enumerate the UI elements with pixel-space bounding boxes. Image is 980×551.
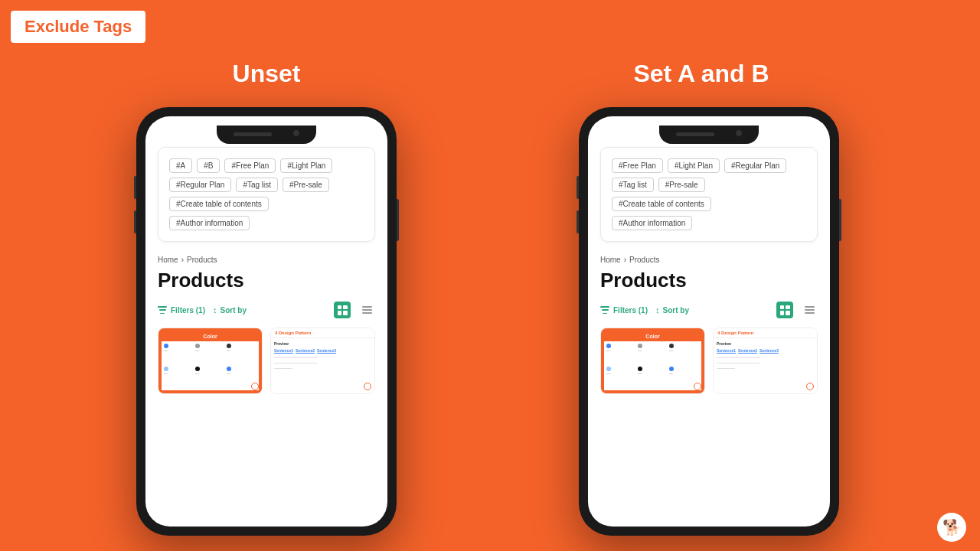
- tag-free-plan: #Free Plan: [224, 158, 276, 173]
- exclude-tags-label: Exclude Tags: [11, 11, 145, 43]
- tags-row-4: #Author information: [169, 216, 364, 230]
- sort-button-unset[interactable]: ↕ Sort by: [213, 305, 247, 315]
- color-card-title: Color: [162, 331, 259, 341]
- screen-content-unset: #A #B #Free Plan #Light Plan #Regular Pl…: [145, 116, 387, 527]
- product-img-color-r: Color ····· ····· ····· ····· ····· ····…: [601, 328, 704, 393]
- sort-icon-r: ↕: [655, 305, 660, 315]
- color-card-title-r: Color: [604, 331, 701, 341]
- tag-create-toc: #Create table of contents: [169, 197, 269, 211]
- tags-row-3: #Create table of contents: [169, 197, 364, 211]
- filter-icon-r: [600, 306, 609, 314]
- power-button: [397, 199, 399, 241]
- list-view-button-set-ab[interactable]: [801, 302, 818, 318]
- section-title-set-ab: Set A and B: [633, 60, 769, 88]
- tag-r-regular-plan: #Regular Plan: [724, 158, 786, 173]
- toolbar-unset: Filters (1) ↕ Sort by: [158, 302, 375, 318]
- products-grid-unset: Color ····· ····· ····· ····· ····· ····…: [158, 328, 375, 394]
- toolbar-set-ab: Filters (1) ↕ Sort by: [600, 302, 818, 318]
- color-card-body-r: ····· ····· ····· ····· ····· ·····: [604, 341, 701, 390]
- phone-notch-right: [659, 126, 759, 144]
- tag-tag-list: #Tag list: [236, 178, 278, 192]
- phone-screen-unset: #A #B #Free Plan #Light Plan #Regular Pl…: [145, 116, 387, 527]
- filter-label-r: Filters (1): [613, 306, 648, 315]
- volume-up-button: [134, 176, 136, 199]
- product-card-pattern-set-ab[interactable]: 4 Design Pattern Preview Sentence1 Sente…: [713, 328, 818, 394]
- list-view-button-unset[interactable]: [358, 302, 375, 318]
- grid-view-button-unset[interactable]: [334, 302, 351, 318]
- filter-button-unset[interactable]: Filters (1): [158, 306, 205, 315]
- tag-r-free-plan: #Free Plan: [612, 158, 663, 173]
- tags-row-2: #Regular Plan #Tag list #Pre-sale: [169, 178, 364, 192]
- phone-notch-left: [217, 126, 316, 144]
- page-title-set-ab: Products: [600, 269, 818, 292]
- phone-screen-set-ab: #Free Plan #Light Plan #Regular Plan #Ta…: [588, 116, 830, 527]
- breadcrumb-unset: Home › Products: [158, 256, 375, 264]
- section-title-unset: Unset: [233, 60, 301, 88]
- tag-author-info: #Author information: [169, 216, 250, 230]
- pattern-card-body: Preview Sentence1 Sentence2 Sentence3 ——…: [271, 338, 374, 374]
- product-card-color-unset[interactable]: Color ····· ····· ····· ····· ····· ····…: [158, 328, 263, 394]
- color-card-badge-r: [694, 383, 701, 390]
- volume-up-button-right: [577, 176, 579, 199]
- tag-r-pre-sale: #Pre-sale: [658, 178, 705, 192]
- tag-a: #A: [169, 158, 192, 173]
- sort-icon: ↕: [213, 305, 217, 315]
- breadcrumb-home[interactable]: Home: [158, 256, 178, 264]
- grid-view-button-set-ab[interactable]: [776, 302, 793, 318]
- filter-label: Filters (1): [171, 306, 205, 315]
- dog-mascot-icon: 🐕: [937, 513, 966, 542]
- sort-label-r: Sort by: [663, 306, 689, 315]
- power-button-right: [839, 199, 841, 241]
- filter-icon: [158, 306, 167, 314]
- tag-pre-sale: #Pre-sale: [283, 178, 329, 192]
- sort-label: Sort by: [220, 306, 247, 315]
- tags-row-r1: #Free Plan #Light Plan #Regular Plan: [612, 158, 806, 173]
- tags-row-r2: #Tag list #Pre-sale: [612, 178, 806, 192]
- pattern-card-badge: [364, 383, 371, 390]
- grid-icon-r: [780, 305, 790, 315]
- tags-box-unset: #A #B #Free Plan #Light Plan #Regular Pl…: [158, 147, 375, 242]
- list-icon: [362, 306, 372, 314]
- tag-r-create-toc: #Create table of contents: [612, 197, 711, 211]
- phone-unset: #A #B #Free Plan #Light Plan #Regular Pl…: [136, 107, 397, 536]
- tags-row-r4: #Author information: [612, 216, 806, 230]
- filter-button-set-ab[interactable]: Filters (1): [600, 306, 648, 315]
- tags-row-r3: #Create table of contents: [612, 197, 806, 211]
- screen-content-set-ab: #Free Plan #Light Plan #Regular Plan #Ta…: [588, 116, 830, 527]
- color-card-badge: [251, 383, 259, 390]
- breadcrumb-products: Products: [187, 256, 217, 264]
- tag-b: #B: [197, 158, 220, 173]
- volume-down-button: [134, 210, 136, 233]
- breadcrumb-home-r[interactable]: Home: [600, 256, 621, 264]
- sort-button-set-ab[interactable]: ↕ Sort by: [655, 305, 689, 315]
- product-img-pattern: 4 Design Pattern Preview Sentence1 Sente…: [271, 328, 374, 393]
- tag-r-light-plan: #Light Plan: [668, 158, 720, 173]
- breadcrumb-products-r: Products: [629, 256, 659, 264]
- product-card-pattern-unset[interactable]: 4 Design Pattern Preview Sentence1 Sente…: [270, 328, 375, 394]
- list-icon-r: [805, 306, 815, 314]
- product-img-pattern-r: 4 Design Pattern Preview Sentence1 Sente…: [714, 328, 817, 393]
- tag-regular-plan: #Regular Plan: [169, 178, 231, 192]
- pattern-card-body-r: Preview Sentence1 Sentence2 Sentence3 ——…: [714, 338, 817, 374]
- grid-icon: [338, 305, 348, 315]
- tag-r-tag-list: #Tag list: [612, 178, 654, 192]
- pattern-card-badge-r: [806, 383, 814, 390]
- page-title-unset: Products: [158, 269, 375, 292]
- pattern-card-title: 4 Design Pattern: [271, 328, 374, 338]
- product-img-color: Color ····· ····· ····· ····· ····· ····…: [158, 328, 262, 393]
- volume-down-button-right: [577, 210, 579, 233]
- products-grid-set-ab: Color ····· ····· ····· ····· ····· ····…: [600, 328, 818, 394]
- tag-r-author-info: #Author information: [612, 216, 692, 230]
- color-card-body: ····· ····· ····· ····· ····· ·····: [162, 341, 259, 390]
- pattern-card-title-r: 4 Design Pattern: [714, 328, 817, 338]
- product-card-color-set-ab[interactable]: Color ····· ····· ····· ····· ····· ····…: [600, 328, 705, 394]
- breadcrumb-set-ab: Home › Products: [600, 256, 818, 264]
- tags-box-set-ab: #Free Plan #Light Plan #Regular Plan #Ta…: [600, 147, 818, 242]
- phone-set-ab: #Free Plan #Light Plan #Regular Plan #Ta…: [579, 107, 839, 536]
- tag-light-plan: #Light Plan: [280, 158, 332, 173]
- tags-row-1: #A #B #Free Plan #Light Plan: [169, 158, 364, 173]
